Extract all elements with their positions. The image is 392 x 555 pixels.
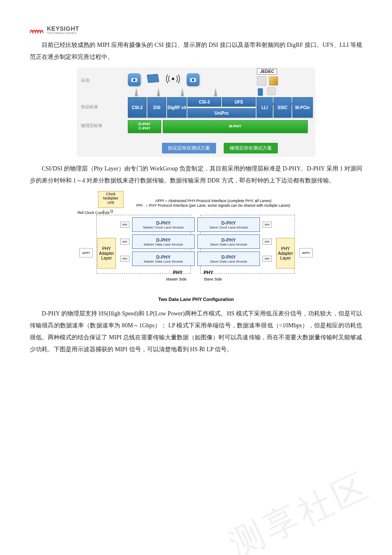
storage-icons-2 — [257, 87, 276, 98]
iq-labels: I Q — [103, 209, 113, 213]
lane-master-data1: D-PHYMaster Data Lane Module — [132, 234, 195, 249]
side-label-slave: Slave Side — [204, 277, 222, 281]
lane-slave-data1: D-PHYSlave Data Lane Module — [197, 234, 260, 249]
lane-row-data2: D-PHYMaster Data Lane Module D-PHYSlave … — [132, 251, 260, 266]
ppi-box: PPI — [262, 239, 272, 245]
proto-lli: LLI — [257, 97, 273, 118]
row-label-phys: 物理层标准 — [81, 123, 102, 129]
lane-row-clock: D-PHYMaster Clock Lane Module D-PHYSlave… — [132, 217, 260, 232]
proto-ssic: SSIC — [274, 97, 291, 118]
lane-sub: Master Clock Lane Module — [143, 225, 184, 229]
proto-csi2: CSI-2 — [128, 97, 147, 118]
lane-master-data2: D-PHYMaster Data Lane Module — [132, 251, 195, 266]
svg-point-3 — [172, 78, 174, 80]
storage-icons — [257, 76, 278, 86]
lanes-container: D-PHYMaster Clock Lane Module D-PHYSlave… — [132, 217, 260, 269]
row-label-app: 应用 — [81, 78, 89, 84]
ppi-box: PPI — [120, 239, 130, 245]
lane-sub: Slave Data Lane Module — [210, 243, 248, 246]
proto-csi3: CSI-3 — [187, 97, 221, 107]
lane-sub: Slave Data Lane Module — [210, 260, 248, 263]
arrow-icon — [157, 88, 160, 96]
lane-slave-clock: D-PHYSlave Clock Lane Module — [197, 217, 260, 232]
arrow-icon — [135, 88, 138, 96]
lane-sub: Master Data Lane Module — [144, 260, 183, 263]
lane-sub: Master Data Lane Module — [144, 243, 183, 246]
sd-icon — [257, 87, 265, 98]
ppi-box: PPI — [262, 222, 272, 228]
legend: APPI = Abstracted PHY-Protocol Interface… — [136, 199, 290, 208]
dphy-title: D-PHY — [221, 237, 236, 243]
phys-line: M-PHY — [229, 124, 242, 129]
q-label: Q — [110, 209, 113, 213]
footer-phys-test: 物理层存在测试方案 — [224, 143, 278, 153]
proto-dsi: DSI — [147, 97, 166, 118]
phy-label-right: PHY — [204, 270, 213, 275]
dphy-title: D-PHY — [156, 254, 170, 260]
paragraph-1: 目前已经比较成熟的 MIPI 应用有摄像头的 CSI 接口、显示屏的 DSI 接… — [30, 39, 362, 63]
footer-buttons: 协议层存在测试方案 物理层存在测试方案 — [162, 143, 278, 153]
lane-sub: Slave Clock Lane Module — [209, 225, 248, 229]
side-label-master: Master Side — [166, 277, 187, 281]
camera-icon-2 — [187, 73, 199, 86]
hdd-icon-2 — [267, 87, 276, 95]
proto-mpcie: M-PCIe — [292, 97, 313, 118]
svg-point-1 — [133, 79, 135, 81]
svg-marker-2 — [147, 74, 159, 83]
dphy-title: D-PHY — [221, 254, 236, 260]
phy-label-left: PHY — [173, 270, 183, 275]
dphy-title: D-PHY — [221, 220, 236, 225]
appi-box-left: APPI — [79, 248, 93, 257]
arrow-icon — [181, 88, 184, 96]
phys-mphy: M-PHY — [163, 120, 308, 133]
i-label: I — [103, 209, 104, 213]
protocol-layer: CSI-2 DSI DigRF v4 CSI-3 UFS UniPro LLI … — [128, 97, 313, 118]
proto-digrf: DigRF v4 — [167, 97, 187, 118]
ppi-box: PPI — [120, 256, 130, 262]
diagram-mipi-stack: 应用 协议标准 物理层标准 JEDEC USB PCI EXPRESS — [77, 67, 315, 157]
paragraph-2: CSI/DSI 的物理层（Phy Layer）由专门的 WorkGroup 负责… — [30, 163, 362, 187]
row-label-protocol: 协议标准 — [81, 104, 98, 110]
phys-line: C-PHY — [138, 127, 150, 131]
brand-logo: KEYSIGHT TECHNOLOGIES — [30, 26, 362, 35]
footer-protocol-test: 协议层存在测试方案 — [162, 143, 216, 153]
diagram2-caption: Two Data Lane PHY Configuration — [77, 297, 315, 302]
diagram-dphy-config: Clock Multiplier Unit Ref Clock Controls… — [77, 191, 315, 302]
proto-stack: CSI-3 UFS UniPro — [187, 97, 256, 118]
svg-rect-6 — [258, 88, 263, 96]
logo-sub: TECHNOLOGIES — [47, 32, 79, 35]
legend-appi: APPI = Abstracted PHY-Protocol Interface… — [136, 199, 290, 203]
app-icons-row — [128, 72, 199, 87]
ppi-box: PPI — [120, 222, 130, 228]
svg-point-5 — [192, 79, 194, 81]
jedec-logo: JEDEC — [257, 68, 277, 75]
phys-dphy-cphy: D-PHY C-PHY — [128, 120, 161, 133]
dphy-title: D-PHY — [156, 220, 170, 225]
ppi-box: PPI — [262, 256, 272, 262]
physical-layer: D-PHY C-PHY M-PHY — [128, 120, 308, 133]
flash-icon — [269, 76, 278, 86]
lane-slave-data2: D-PHYSlave Data Lane Module — [197, 251, 260, 266]
logo-waves-icon — [30, 26, 44, 35]
lane-row-data1: D-PHYMaster Data Lane Module D-PHYSlave … — [132, 234, 260, 249]
proto-unipro: UniPro — [187, 108, 256, 118]
arrow-icon — [214, 88, 217, 96]
hdd-icon — [257, 76, 266, 86]
antenna-icon — [165, 72, 181, 87]
lane-master-clock: D-PHYMaster Clock Lane Module — [132, 217, 195, 232]
legend-ppi: PPI = PHY Protocol Interface (per Lane, … — [136, 203, 290, 208]
logo-text: KEYSIGHT TECHNOLOGIES — [47, 26, 79, 35]
phy-adapter-master: PHY Adapter Layer — [97, 238, 116, 269]
phy-adapter-slave: PHY Adapter Layer — [276, 238, 295, 269]
display-icon — [147, 74, 159, 86]
proto-ufs: UFS — [222, 97, 256, 107]
clock-multiplier-unit: Clock Multiplier Unit — [98, 191, 124, 208]
logo-brand: KEYSIGHT — [47, 26, 79, 32]
paragraph-3: D-PHY 的物理层支持 HS(High Speed)和 LP(Low Powe… — [30, 308, 362, 356]
dphy-title: D-PHY — [156, 237, 170, 243]
appi-box-right: APPI — [299, 248, 313, 257]
camera-icon — [128, 73, 141, 86]
